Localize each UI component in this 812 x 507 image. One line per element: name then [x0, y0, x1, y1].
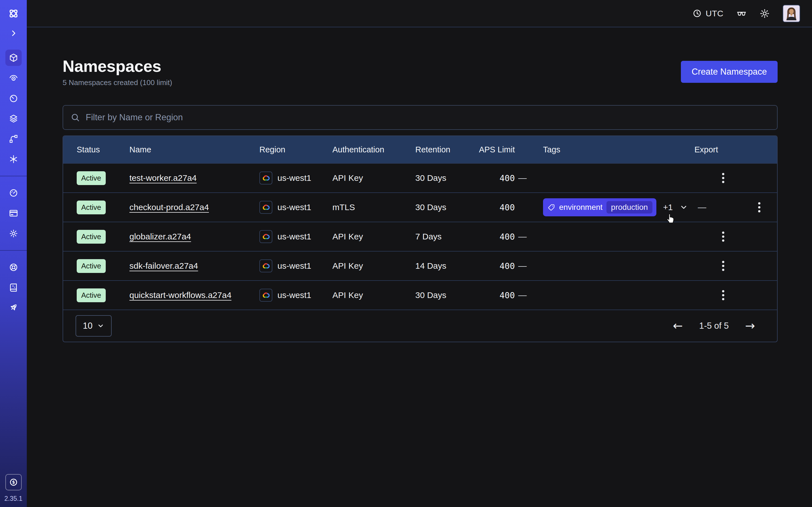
- sidebar-item-docs[interactable]: [5, 279, 22, 296]
- rocket-icon: [9, 303, 18, 313]
- authentication-cell: API Key: [333, 290, 415, 300]
- tags-cell: environment production +1: [515, 198, 695, 216]
- clock-icon: [693, 9, 702, 18]
- region-cell: us-west1: [259, 230, 333, 243]
- table-header-row: Status Name Region Authentication Retent…: [63, 136, 777, 163]
- retention-cell: 30 Days: [415, 203, 472, 212]
- sun-theme-icon[interactable]: [760, 8, 770, 18]
- region-label: us-west1: [277, 261, 311, 271]
- sidebar-divider: [0, 250, 27, 251]
- export-cell: —: [695, 203, 752, 212]
- sidebar-item-billing[interactable]: [5, 205, 22, 221]
- page-title: Namespaces: [63, 57, 172, 75]
- sidebar-item-usage[interactable]: [5, 185, 22, 201]
- timezone-label: UTC: [706, 9, 723, 18]
- page-size-value: 10: [83, 321, 93, 331]
- sidebar-item-getting-started[interactable]: [5, 300, 22, 316]
- authentication-cell: API Key: [333, 232, 415, 241]
- sidebar-item-integrations[interactable]: [5, 151, 22, 167]
- retention-cell: 7 Days: [415, 232, 472, 241]
- row-kebab-menu-icon[interactable]: [755, 200, 763, 215]
- search-icon: [70, 113, 80, 122]
- gauge-icon: [9, 188, 18, 198]
- create-namespace-button[interactable]: Create Namespace: [681, 61, 777, 83]
- status-badge: Active: [77, 259, 106, 273]
- row-kebab-menu-icon[interactable]: [719, 258, 727, 274]
- sidebar-item-support[interactable]: [5, 259, 22, 276]
- namespace-link[interactable]: test-worker.a27a4: [130, 173, 197, 183]
- status-badge: Active: [77, 171, 106, 185]
- row-kebab-menu-icon[interactable]: [719, 287, 727, 303]
- table-footer: 10 ← 1-5 of 5 →: [63, 309, 777, 342]
- aps-limit-cell: 400: [472, 203, 515, 212]
- gcp-icon: [259, 201, 272, 214]
- authentication-cell: mTLS: [333, 203, 415, 212]
- namespace-link[interactable]: quickstart-workflows.a27a4: [130, 290, 232, 300]
- chevron-down-icon: [97, 322, 104, 330]
- region-cell: us-west1: [259, 260, 333, 272]
- money-badge-icon[interactable]: $: [5, 474, 22, 490]
- pagination-range: 1-5 of 5: [699, 321, 729, 331]
- region-cell: us-west1: [259, 289, 333, 302]
- app-version: 2.35.1: [4, 495, 22, 503]
- svg-text:$: $: [12, 480, 15, 485]
- timezone-selector[interactable]: UTC: [693, 9, 723, 18]
- sidebar-item-namespaces[interactable]: [5, 50, 22, 66]
- tag-more-count: +1: [663, 203, 673, 212]
- retention-cell: 14 Days: [415, 261, 472, 271]
- user-avatar[interactable]: [783, 5, 800, 22]
- previous-page-arrow-left-icon[interactable]: ←: [673, 320, 682, 332]
- sidebar-item-schedules[interactable]: [5, 90, 22, 107]
- sidebar: $ 2.35.1: [0, 0, 27, 507]
- sidebar-item-stacks[interactable]: [5, 110, 22, 127]
- table-row: Active sdk-failover.a27a4 us-west1 API K…: [63, 251, 777, 280]
- row-kebab-menu-icon[interactable]: [719, 229, 727, 244]
- filter-input[interactable]: [86, 112, 770, 122]
- topbar: UTC: [27, 0, 812, 27]
- gcp-icon: [259, 172, 272, 184]
- cube-icon: [9, 53, 18, 62]
- status-badge: Active: [77, 288, 106, 302]
- namespace-count: 5 Namespaces created (100 limit): [63, 78, 172, 87]
- export-cell: —: [515, 232, 695, 241]
- tag-chip[interactable]: environment production: [543, 198, 656, 216]
- region-cell: us-west1: [259, 172, 333, 184]
- table-row: Active checkout-prod.a27a4 us-west1 mTLS…: [63, 192, 777, 222]
- temporal-logo-icon[interactable]: [7, 7, 20, 20]
- asterisk-icon: [9, 154, 18, 164]
- sidebar-item-connections[interactable]: [5, 131, 22, 147]
- status-badge: Active: [77, 201, 106, 214]
- sidebar-item-insights[interactable]: [5, 70, 22, 86]
- aps-limit-cell: 400: [472, 290, 515, 300]
- glasses-icon[interactable]: [737, 8, 747, 18]
- sidebar-nav: [0, 50, 27, 316]
- sidebar-item-settings[interactable]: [5, 225, 22, 242]
- table-row: Active test-worker.a27a4 us-west1 API Ke…: [63, 163, 777, 192]
- tag-icon: [548, 204, 555, 211]
- retention-cell: 30 Days: [415, 290, 472, 300]
- export-cell: —: [515, 261, 695, 271]
- branch-icon: [9, 134, 18, 144]
- export-cell: —: [515, 173, 695, 183]
- region-label: us-west1: [277, 290, 311, 300]
- namespace-link[interactable]: checkout-prod.a27a4: [130, 203, 209, 212]
- sidebar-divider: [0, 176, 27, 176]
- next-page-arrow-right-icon[interactable]: →: [745, 320, 755, 332]
- sidebar-expand-chevron-right-icon[interactable]: [10, 29, 17, 37]
- region-label: us-west1: [277, 173, 311, 183]
- tag-value: production: [606, 201, 652, 214]
- col-status: Status: [77, 145, 130, 154]
- filter-bar: [63, 105, 777, 130]
- namespace-link[interactable]: sdk-failover.a27a4: [130, 261, 198, 271]
- clock-dial-icon: [9, 94, 18, 103]
- col-region: Region: [259, 145, 333, 154]
- tags-chevron-down-icon[interactable]: [679, 203, 688, 212]
- col-retention: Retention: [415, 145, 472, 154]
- page-size-select[interactable]: 10: [75, 315, 112, 337]
- table-body: Active test-worker.a27a4 us-west1 API Ke…: [63, 163, 777, 309]
- namespace-link[interactable]: globalizer.a27a4: [130, 232, 191, 241]
- region-label: us-west1: [277, 232, 311, 241]
- row-kebab-menu-icon[interactable]: [719, 170, 727, 186]
- gear-icon: [9, 229, 18, 238]
- namespaces-table: Status Name Region Authentication Retent…: [63, 135, 777, 342]
